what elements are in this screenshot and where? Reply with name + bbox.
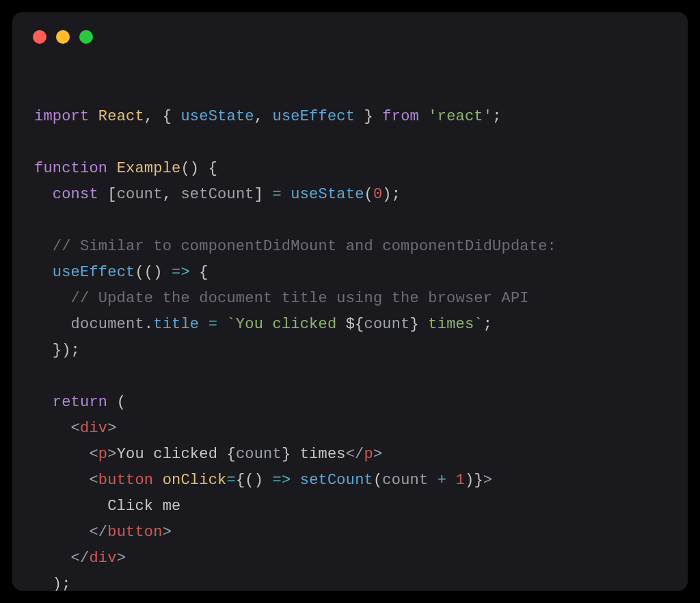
code-line: }); <box>34 342 80 359</box>
identifier-count: count <box>364 316 410 333</box>
punct: ( <box>364 186 373 203</box>
keyword-const: const <box>53 186 98 203</box>
operator: = <box>273 186 291 203</box>
jsx-tag-div: div <box>89 550 116 567</box>
indent <box>34 420 71 437</box>
jsx-text: You clicked <box>117 446 227 463</box>
punct: { <box>153 108 180 125</box>
indent <box>34 524 89 541</box>
indent <box>34 394 53 411</box>
angle: > <box>117 550 126 567</box>
code-block: import React, { useState, useEffect } fr… <box>34 78 666 591</box>
indent <box>34 446 89 463</box>
punct: }); <box>53 342 80 359</box>
punct: , <box>254 108 263 125</box>
template-string: times` <box>419 316 483 333</box>
keyword-from: from <box>382 108 419 125</box>
indent <box>34 264 53 281</box>
angle: </ <box>71 550 90 567</box>
jsx-tag-p: p <box>364 446 373 463</box>
punct: { <box>236 472 245 489</box>
angle: > <box>163 524 172 541</box>
punct: ] <box>254 186 273 203</box>
punct: ( <box>107 394 126 411</box>
code-line: <div> <box>34 420 117 437</box>
property-title: title <box>153 316 199 333</box>
jsx-attr-onclick: onClick <box>163 472 227 489</box>
identifier-document: document <box>71 316 144 333</box>
code-line: document.title = `You clicked ${count} t… <box>34 316 492 333</box>
jsx-text: Click me <box>107 498 180 515</box>
punct: } <box>355 108 382 125</box>
code-window: import React, { useState, useEffect } fr… <box>12 12 688 591</box>
window-traffic-lights <box>33 30 93 44</box>
jsx-tag-button: button <box>98 472 153 489</box>
code-line: ); <box>34 576 71 591</box>
code-line: </button> <box>34 524 172 541</box>
arrow: => <box>172 264 190 281</box>
identifier-setcount: setCount <box>180 186 254 203</box>
template-expr-open: ${ <box>346 316 364 333</box>
code-line: useEffect(() => { <box>34 264 208 281</box>
punct: } <box>474 472 483 489</box>
comment: // Update the document title using the b… <box>71 290 529 307</box>
number-one: 1 <box>456 472 465 489</box>
punct: ( <box>373 472 382 489</box>
punct: { <box>190 264 208 281</box>
indent <box>34 186 53 203</box>
number-zero: 0 <box>373 186 382 203</box>
close-icon[interactable] <box>33 30 46 44</box>
code-line: </div> <box>34 550 126 567</box>
minimize-icon[interactable] <box>56 30 70 44</box>
jsx-tag-div: div <box>80 420 107 437</box>
angle: > <box>107 420 116 437</box>
code-line: import React, { useState, useEffect } fr… <box>34 108 502 125</box>
function-name: Example <box>117 160 181 177</box>
angle: > <box>483 472 492 489</box>
punct: ) <box>465 472 474 489</box>
identifier-count: count <box>236 446 282 463</box>
keyword-import: import <box>34 108 89 125</box>
jsx-text: times <box>291 446 345 463</box>
operator: + <box>428 472 455 489</box>
jsx-tag-button: button <box>107 524 162 541</box>
punct: () <box>245 472 272 489</box>
template-string: `You clicked <box>226 316 345 333</box>
space <box>291 472 299 489</box>
punct: , <box>144 108 153 125</box>
code-line: Click me <box>34 498 180 515</box>
angle: < <box>89 446 98 463</box>
code-line: <button onClick={() => setCount(count + … <box>34 472 492 489</box>
punct: (() <box>135 264 172 281</box>
call-usestate: useState <box>291 186 364 203</box>
indent <box>34 498 107 515</box>
angle: > <box>373 446 382 463</box>
punct: } <box>282 446 291 463</box>
zoom-icon[interactable] <box>79 30 93 44</box>
space <box>419 108 428 125</box>
punct: ; <box>483 316 492 333</box>
indent <box>34 238 53 255</box>
code-line: <p>You clicked {count} times</p> <box>34 446 382 463</box>
identifier-usestate: useState <box>180 108 254 125</box>
punct: , <box>163 186 181 203</box>
code-line: function Example() { <box>34 160 217 177</box>
indent <box>34 342 53 359</box>
code-line: // Update the document title using the b… <box>34 290 529 307</box>
identifier-count: count <box>382 472 428 489</box>
code-line: return ( <box>34 394 126 411</box>
punct: . <box>144 316 153 333</box>
identifier-react: React <box>98 108 144 125</box>
indent <box>34 316 71 333</box>
punct: ); <box>382 186 401 203</box>
code-line: const [count, setCount] = useState(0); <box>34 186 401 203</box>
angle: < <box>71 420 80 437</box>
indent <box>34 576 53 591</box>
arrow: => <box>273 472 291 489</box>
punct: ; <box>492 108 501 125</box>
identifier-useeffect: useEffect <box>263 108 355 125</box>
punct: ); <box>53 576 71 591</box>
angle: < <box>89 472 98 489</box>
jsx-tag-p: p <box>98 446 107 463</box>
angle: </ <box>89 524 107 541</box>
